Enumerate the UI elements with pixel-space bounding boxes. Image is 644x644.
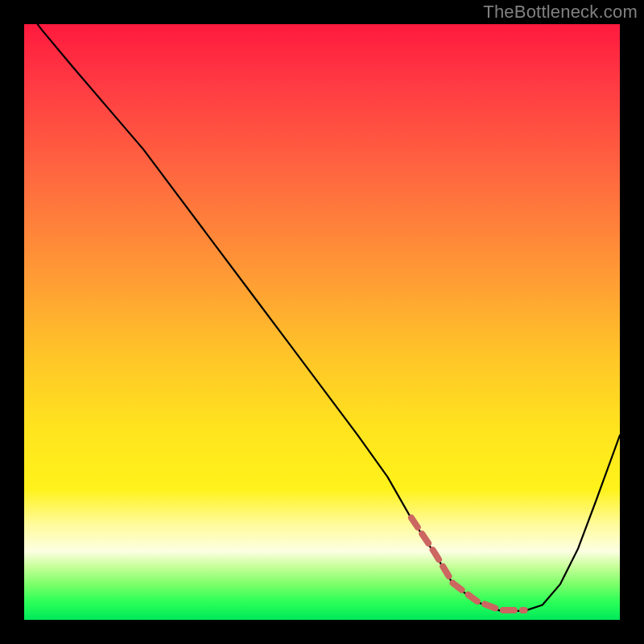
- watermark-text: TheBottleneck.com: [483, 2, 638, 23]
- chart-frame: [24, 24, 620, 620]
- flat-zone-marker: [411, 518, 525, 610]
- bottleneck-curve-line: [24, 6, 620, 611]
- chart-svg: [24, 24, 620, 620]
